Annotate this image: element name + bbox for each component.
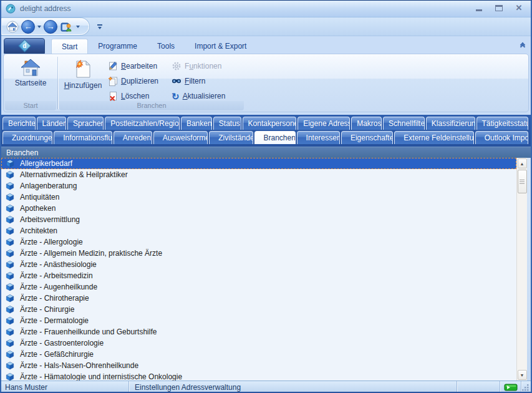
scroll-down-button[interactable]: ▼: [518, 370, 527, 380]
toolbar-options-arrow-icon: [98, 27, 102, 29]
ribbon-tab-programme[interactable]: Programme: [88, 39, 147, 54]
collapse-ribbon-button[interactable]: [521, 43, 525, 49]
funktionen-label: Funktionen: [185, 62, 221, 70]
delete-icon: [108, 91, 118, 101]
scroll-up-button[interactable]: ▲: [518, 158, 527, 168]
tab-kontakpersonen[interactable]: Kontakpersonen: [243, 117, 297, 130]
cube-icon: [6, 271, 14, 280]
tab-schnellfilter[interactable]: Schnellfilter: [383, 117, 425, 130]
list-item[interactable]: Anlagenberatung: [1, 180, 516, 192]
tab-postleitzahlen[interactable]: Postleitzahlen/Regionen: [105, 117, 180, 130]
back-dropdown-icon[interactable]: [37, 26, 41, 28]
ribbon-tab-start[interactable]: Start: [51, 39, 88, 54]
app-icon: [5, 3, 16, 14]
duplicate-icon: [108, 76, 118, 86]
tab-interessen[interactable]: Interessen: [297, 131, 340, 144]
maximize-icon: [495, 5, 503, 11]
statusbar-connection-segment: [500, 381, 521, 393]
cube-icon: [6, 361, 14, 370]
toolbar-options-button[interactable]: [97, 24, 103, 29]
ribbon-tab-import-export[interactable]: Import & Export: [185, 39, 256, 54]
app-logo-icon: d: [17, 39, 31, 52]
tab-eigene-adresse[interactable]: Eigene Adresse: [297, 117, 350, 130]
tab-outlook-import[interactable]: Outlook Import: [475, 131, 528, 144]
forward-button[interactable]: →: [44, 20, 57, 34]
home-icon: [6, 21, 19, 33]
startseite-button[interactable]: Startseite: [6, 57, 55, 100]
list-item[interactable]: Ärzte - Hämatologie und internistische O…: [1, 371, 516, 381]
back-button[interactable]: ←: [21, 20, 35, 34]
cube-icon: [6, 372, 14, 381]
list-item[interactable]: Architekten: [1, 225, 516, 236]
tab-branchen[interactable]: Branchen: [254, 131, 296, 144]
duplizieren-button[interactable]: Duplizieren: [105, 74, 163, 88]
quick-access-toolbar: ← →: [1, 17, 531, 36]
list-item[interactable]: Ärzte - Chirurgie: [1, 304, 516, 315]
close-button[interactable]: ✕: [513, 4, 525, 14]
minimize-icon: [476, 9, 482, 11]
tab-zivilstaende[interactable]: Zivilstände: [209, 131, 253, 144]
list-item[interactable]: Ärzte - Arbeitsmedizin: [1, 270, 516, 281]
tab-klassifizierung[interactable]: Klassifizierung: [426, 117, 475, 130]
minimize-button[interactable]: [473, 4, 485, 14]
hinzufuegen-button[interactable]: Hinzufügen: [60, 57, 105, 100]
tab-eigenschaften[interactable]: Eigenschaften: [341, 131, 393, 144]
tab-berichte[interactable]: Berichte: [2, 117, 36, 130]
list-item[interactable]: Arbeitsvermittlung: [1, 214, 516, 225]
tab-sprachen[interactable]: Sprachen: [67, 117, 104, 130]
tab-laender[interactable]: Länder: [37, 117, 66, 130]
list-item[interactable]: Alternativmedizin & Heilpraktiker: [1, 169, 516, 180]
tab-zuordnungen[interactable]: Zuordnungen: [2, 131, 52, 144]
tab-taetigkeitsstatus[interactable]: Tätigkeitsstatus: [476, 117, 528, 130]
right-inner-strip: [527, 158, 531, 381]
addressbook-button[interactable]: [59, 19, 74, 34]
maximize-button[interactable]: [493, 4, 505, 14]
tab-makros[interactable]: Makros: [351, 117, 382, 130]
home-button[interactable]: [5, 19, 20, 34]
tab-ausweisformen[interactable]: Ausweisformen: [153, 131, 208, 144]
tab-banken[interactable]: Banken: [181, 117, 212, 130]
edit-pencil-icon: [108, 61, 118, 71]
category-tabs-row2: Zuordnungen Informationsfluss Anreden Au…: [1, 131, 531, 144]
cube-icon: [6, 182, 14, 190]
list-item[interactable]: Ärzte - Chirotherapie: [1, 293, 516, 304]
refresh-icon: ↻: [172, 92, 180, 101]
list-item[interactable]: Ärzte - Frauenheilkunde und Geburtshilfe: [1, 326, 516, 337]
addressbook-dropdown-icon[interactable]: [76, 26, 80, 28]
list-item[interactable]: Ärzte - Augenheilkunde: [1, 281, 516, 293]
tab-externe-feldeinstellungen[interactable]: Externe Feldeinstellungen: [394, 131, 473, 144]
list-item[interactable]: Ärzte - Allgemein Medizin, praktische Är…: [1, 248, 516, 259]
duplizieren-label: Duplizieren: [121, 77, 158, 85]
loeschen-label: Löschen: [121, 92, 149, 100]
connection-status-icon: [504, 384, 518, 391]
ribbon-group-start: Startseite Start: [4, 54, 57, 112]
resize-grip[interactable]: [521, 384, 530, 392]
list-item[interactable]: Ärzte - Dermatologie: [1, 315, 516, 326]
tab-anreden[interactable]: Anreden: [114, 131, 152, 144]
list-header: Branchen: [1, 147, 531, 158]
list-item[interactable]: Allergikerbedarf: [1, 158, 516, 169]
list-item[interactable]: Ärzte - Gastroenterologie: [1, 337, 516, 349]
list-item[interactable]: Apotheken: [1, 203, 516, 214]
vertical-scrollbar[interactable]: ▲ ▼: [516, 158, 527, 381]
list-item[interactable]: Ärzte - Anästhesiologie: [1, 259, 516, 270]
list-item[interactable]: Antiquitäten: [1, 192, 516, 203]
application-button[interactable]: d: [4, 38, 45, 54]
list-item[interactable]: Ärzte - Allergologie: [1, 236, 516, 248]
ribbon-tab-tools[interactable]: Tools: [147, 39, 185, 54]
tab-informationsfluss[interactable]: Informationsfluss: [54, 131, 112, 144]
add-document-icon: [74, 59, 92, 79]
group-caption-start: Start: [5, 101, 56, 110]
group-caption-branchen: Branchen: [59, 101, 244, 110]
bearbeiten-button[interactable]: Bearbeiten: [105, 59, 163, 73]
filtern-button[interactable]: Filtern: [169, 74, 230, 88]
category-tabs-row1: Berichte Länder Sprachen Postleitzahlen/…: [1, 117, 531, 130]
window-title: delight address: [20, 4, 70, 13]
main-content: Berichte Länder Sprachen Postleitzahlen/…: [1, 115, 531, 381]
list-item[interactable]: Ärzte - Gefäßchirurgie: [1, 349, 516, 360]
list-item[interactable]: Ärzte - Hals-Nasen-Ohrenheilkunde: [1, 360, 516, 371]
statusbar: Hans Muster Einstellungen Adressverwaltu…: [1, 381, 531, 393]
toolbar-options-icon: [97, 24, 102, 26]
tab-status[interactable]: Status: [213, 117, 241, 130]
scrollbar-thumb[interactable]: [518, 170, 527, 193]
